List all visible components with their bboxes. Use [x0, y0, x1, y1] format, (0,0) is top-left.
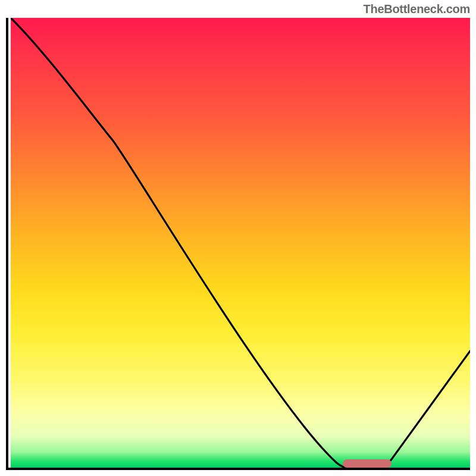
- chart-curve: [11, 18, 470, 468]
- optimal-range-marker: [343, 459, 392, 468]
- attribution-text: TheBottleneck.com: [364, 2, 470, 16]
- chart-plot-area: [11, 18, 470, 468]
- chart-axes: [6, 18, 470, 470]
- bottleneck-line: [11, 18, 470, 468]
